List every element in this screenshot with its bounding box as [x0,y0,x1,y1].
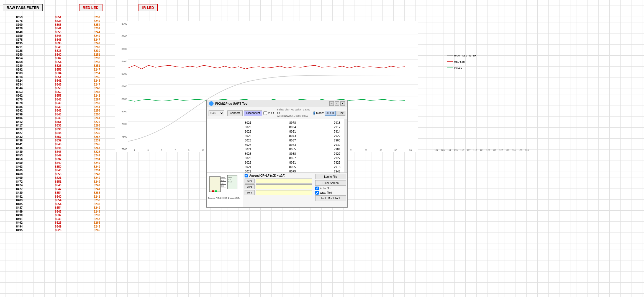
list-item: 8239 [78,139,116,143]
list-item: 8263 [78,146,116,150]
title-controls[interactable]: ─ □ ✕ [329,101,345,106]
chart-y-axis: 8700860085008400830082008100800079007800… [115,21,128,152]
connect-button[interactable]: Connect [227,110,243,116]
uart-dialog: PICkit2Plus UART Tool ─ □ ✕ 9600 19200 1… [206,100,348,208]
dialog-title: PICkit2Plus UART Tool [215,102,248,105]
list-item: 8249 [78,172,116,176]
list-item: 8480 [0,191,39,195]
legend-raw-line [447,55,453,56]
maximize-btn[interactable]: □ [335,101,339,106]
wrap-text-wrap: Wrap Text [315,191,346,195]
table-row: 802080577922 [209,156,342,160]
dialog-bottom: VDD GND TX RX Target UART Circuit Connec… [207,172,347,207]
header-bar: RAW PASS FILTER RED LED IR LED [0,0,644,15]
exit-uart-btn[interactable]: Exit UART Tool [315,195,346,201]
list-item: 8249 [78,180,116,184]
table-cell: 8051 [253,130,297,134]
list-item: 8256 [78,198,116,202]
x-axis-label: 37 [394,149,397,151]
list-item: 8370 [0,97,39,101]
list-item: 8540 [39,169,78,172]
wrap-text-checkbox[interactable] [315,191,319,195]
ascii-mode-btn[interactable]: ASCII [325,111,336,116]
macro-send-2[interactable]: Send [245,184,255,189]
list-item: 8554 [39,60,78,64]
table-cell: 8079 [253,170,297,172]
macro-send-1[interactable]: Send [245,179,255,184]
list-item: 8195 [0,42,39,45]
svg-text:UART: UART [228,179,232,180]
macro-send-3[interactable]: Send [245,190,255,195]
svg-text:GND: GND [221,180,225,181]
chart-x-labels-ext: 1071091111131151171191211231251271291311… [435,149,529,151]
table-row: 802080517914 [209,130,342,134]
table-row: 802080577903 [209,139,342,143]
macro-input-2[interactable] [256,184,312,189]
list-item: 8528 [39,64,78,68]
list-item: 8247 [78,68,116,71]
list-item: 8540 [39,217,78,221]
list-item: 8076 [0,19,39,23]
list-item: 8275 [78,120,116,124]
echo-on-checkbox[interactable] [315,187,319,190]
list-item: 8541 [39,27,78,30]
table-row: 802080437922 [209,134,342,138]
list-item: 8534 [39,71,78,75]
data-scrollbar[interactable] [344,119,347,172]
list-item: 8491 [0,217,39,221]
list-item: 8536 [39,124,78,128]
list-item: 8557 [39,94,78,98]
list-item: 8553 [39,30,78,34]
list-item: 8378 [0,101,39,105]
disconnect-button[interactable]: Disconnect [244,110,262,116]
dialog-data: 8021807879188020803479128020805179148020… [207,119,347,172]
macro-input-3[interactable] [256,190,312,195]
y-axis-label: 8700 [116,22,127,25]
list-item: 8267 [78,97,116,101]
list-item: 8544 [39,131,78,135]
close-btn[interactable]: ✕ [340,101,345,106]
append-crlf-checkbox[interactable] [245,174,248,177]
baud-select[interactable]: 9600 19200 115200 [209,110,224,116]
list-item: 8265 [78,221,116,225]
col1: 8053807681008120814081598178819582118226… [0,15,39,297]
echo-on-wrap: Echo On [315,187,346,190]
macro-header: Append CR+LF (x0D + x0A) [245,174,312,177]
macro-input-1[interactable] [256,179,312,184]
list-item: 8545 [39,146,78,150]
list-item: 8550 [39,165,78,169]
x-axis-label-ext: 115 [460,149,464,151]
table-cell: 8021 [209,165,253,169]
help-icon[interactable]: ? [313,111,315,115]
minimize-btn[interactable]: ─ [329,101,334,106]
log-to-file-btn[interactable]: Log to File [315,174,346,179]
hex-mode-btn[interactable]: Hex [337,111,345,116]
list-item: 8236 [78,56,116,60]
x-axis-label-ext: 121 [480,149,483,151]
table-cell: 8051 [253,161,297,165]
raw-pass-filter-label: RAW PASS FILTER [3,4,43,11]
clear-screen-btn[interactable]: Clear Screen [315,180,346,186]
vdd-checkbox-label[interactable]: VDD [263,111,274,115]
list-item: 8392 [0,109,39,113]
list-item: 8436 [0,139,39,143]
table-cell: 8021 [209,121,253,125]
list-item: 8259 [78,60,116,64]
vdd-checkbox[interactable] [263,111,267,115]
x-axis-label: 3 [147,149,148,151]
list-item: 8053 [0,15,39,19]
y-axis-label: 7800 [116,135,127,138]
table-cell: 7922 [297,134,342,138]
list-item: 8178 [0,38,39,42]
list-item: 8549 [39,101,78,105]
list-item: 8417 [0,124,39,128]
x-axis-label: 7 [175,149,176,151]
table-cell: 8020 [209,130,253,134]
table-cell: 7925 [297,161,342,165]
svg-text:VDD: VDD [221,177,225,179]
list-item: 8406 [0,116,39,120]
list-item: 8561 [39,120,78,124]
list-item: 8255 [78,75,116,79]
x-axis-label-ext: 107 [435,149,438,151]
list-item: 8249 [78,184,116,187]
